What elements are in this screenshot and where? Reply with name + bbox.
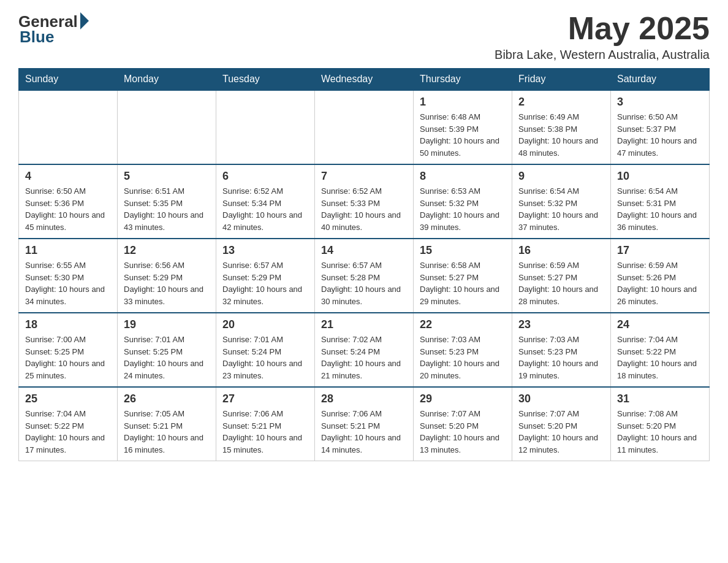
logo-arrow-icon (80, 12, 89, 29)
day-info: Sunrise: 7:07 AMSunset: 5:20 PMDaylight:… (420, 408, 506, 456)
day-info: Sunrise: 7:02 AMSunset: 5:24 PMDaylight:… (321, 334, 407, 381)
day-info: Sunrise: 6:59 AMSunset: 5:27 PMDaylight:… (518, 259, 604, 307)
location-subtitle: Bibra Lake, Western Australia, Australia (495, 48, 710, 62)
day-number: 28 (321, 393, 407, 405)
calendar-week-row: 18Sunrise: 7:00 AMSunset: 5:25 PMDayligh… (19, 313, 710, 387)
day-number: 1 (420, 96, 506, 109)
day-number: 5 (124, 170, 210, 183)
day-info: Sunrise: 6:51 AMSunset: 5:35 PMDaylight:… (124, 185, 210, 233)
calendar-cell: 6Sunrise: 6:52 AMSunset: 5:34 PMDaylight… (216, 164, 315, 239)
day-info: Sunrise: 6:58 AMSunset: 5:27 PMDaylight:… (420, 259, 506, 307)
day-info: Sunrise: 6:56 AMSunset: 5:29 PMDaylight:… (124, 259, 210, 307)
day-info: Sunrise: 6:49 AMSunset: 5:38 PMDaylight:… (518, 111, 604, 159)
day-info: Sunrise: 7:01 AMSunset: 5:25 PMDaylight:… (124, 334, 210, 381)
day-info: Sunrise: 6:54 AMSunset: 5:31 PMDaylight:… (617, 185, 703, 233)
calendar-cell: 3Sunrise: 6:50 AMSunset: 5:37 PMDaylight… (611, 90, 710, 164)
calendar-cell (216, 90, 315, 164)
day-info: Sunrise: 6:53 AMSunset: 5:32 PMDaylight:… (420, 185, 506, 233)
day-number: 31 (617, 393, 703, 405)
calendar-cell: 2Sunrise: 6:49 AMSunset: 5:38 PMDaylight… (512, 90, 611, 164)
calendar-week-row: 4Sunrise: 6:50 AMSunset: 5:36 PMDaylight… (19, 164, 710, 239)
calendar-cell (315, 90, 414, 164)
calendar-cell: 28Sunrise: 7:06 AMSunset: 5:21 PMDayligh… (315, 387, 414, 461)
day-info: Sunrise: 7:04 AMSunset: 5:22 PMDaylight:… (617, 334, 703, 381)
day-of-week-header: Sunday (19, 69, 118, 91)
day-number: 18 (25, 318, 111, 331)
day-number: 16 (518, 244, 604, 257)
day-number: 11 (25, 244, 111, 257)
calendar-cell: 11Sunrise: 6:55 AMSunset: 5:30 PMDayligh… (19, 239, 118, 313)
calendar-cell: 15Sunrise: 6:58 AMSunset: 5:27 PMDayligh… (414, 239, 512, 313)
calendar-cell: 20Sunrise: 7:01 AMSunset: 5:24 PMDayligh… (216, 313, 315, 387)
day-of-week-header: Friday (512, 69, 611, 91)
day-info: Sunrise: 6:50 AMSunset: 5:37 PMDaylight:… (617, 111, 703, 159)
day-info: Sunrise: 6:52 AMSunset: 5:33 PMDaylight:… (321, 185, 407, 233)
calendar-cell: 18Sunrise: 7:00 AMSunset: 5:25 PMDayligh… (19, 313, 118, 387)
day-number: 3 (617, 96, 703, 109)
day-info: Sunrise: 6:59 AMSunset: 5:26 PMDaylight:… (617, 259, 703, 307)
day-of-week-header: Tuesday (216, 69, 315, 91)
calendar-cell: 22Sunrise: 7:03 AMSunset: 5:23 PMDayligh… (414, 313, 512, 387)
day-info: Sunrise: 6:50 AMSunset: 5:36 PMDaylight:… (25, 185, 111, 233)
day-info: Sunrise: 7:07 AMSunset: 5:20 PMDaylight:… (518, 408, 604, 456)
calendar-cell: 26Sunrise: 7:05 AMSunset: 5:21 PMDayligh… (118, 387, 216, 461)
calendar-cell (19, 90, 118, 164)
calendar-week-row: 11Sunrise: 6:55 AMSunset: 5:30 PMDayligh… (19, 239, 710, 313)
calendar-week-row: 1Sunrise: 6:48 AMSunset: 5:39 PMDaylight… (19, 90, 710, 164)
day-number: 2 (518, 96, 604, 109)
day-info: Sunrise: 7:03 AMSunset: 5:23 PMDaylight:… (420, 334, 506, 381)
calendar-cell: 7Sunrise: 6:52 AMSunset: 5:33 PMDaylight… (315, 164, 414, 239)
calendar-cell: 8Sunrise: 6:53 AMSunset: 5:32 PMDaylight… (414, 164, 512, 239)
day-info: Sunrise: 6:52 AMSunset: 5:34 PMDaylight:… (222, 185, 308, 233)
calendar-cell: 1Sunrise: 6:48 AMSunset: 5:39 PMDaylight… (414, 90, 512, 164)
day-number: 12 (124, 244, 210, 257)
calendar-cell: 29Sunrise: 7:07 AMSunset: 5:20 PMDayligh… (414, 387, 512, 461)
day-info: Sunrise: 7:08 AMSunset: 5:20 PMDaylight:… (617, 408, 703, 456)
calendar-cell: 21Sunrise: 7:02 AMSunset: 5:24 PMDayligh… (315, 313, 414, 387)
calendar-cell: 24Sunrise: 7:04 AMSunset: 5:22 PMDayligh… (611, 313, 710, 387)
calendar-week-row: 25Sunrise: 7:04 AMSunset: 5:22 PMDayligh… (19, 387, 710, 461)
calendar-cell: 31Sunrise: 7:08 AMSunset: 5:20 PMDayligh… (611, 387, 710, 461)
calendar-table: SundayMondayTuesdayWednesdayThursdayFrid… (18, 68, 710, 461)
day-of-week-header: Monday (118, 69, 216, 91)
day-number: 9 (518, 170, 604, 183)
calendar-cell: 5Sunrise: 6:51 AMSunset: 5:35 PMDaylight… (118, 164, 216, 239)
day-number: 19 (124, 318, 210, 331)
day-info: Sunrise: 6:55 AMSunset: 5:30 PMDaylight:… (25, 259, 111, 307)
day-number: 20 (222, 318, 308, 331)
calendar-cell: 27Sunrise: 7:06 AMSunset: 5:21 PMDayligh… (216, 387, 315, 461)
day-number: 6 (222, 170, 308, 183)
day-number: 23 (518, 318, 604, 331)
month-year-title: May 2025 (495, 12, 710, 44)
calendar-cell (118, 90, 216, 164)
calendar-cell: 19Sunrise: 7:01 AMSunset: 5:25 PMDayligh… (118, 313, 216, 387)
day-of-week-header: Wednesday (315, 69, 414, 91)
day-number: 29 (420, 393, 506, 405)
calendar-cell: 13Sunrise: 6:57 AMSunset: 5:29 PMDayligh… (216, 239, 315, 313)
logo-blue-text: Blue (20, 28, 54, 47)
calendar-cell: 17Sunrise: 6:59 AMSunset: 5:26 PMDayligh… (611, 239, 710, 313)
day-number: 8 (420, 170, 506, 183)
logo: General Blue (18, 12, 89, 47)
calendar-cell: 10Sunrise: 6:54 AMSunset: 5:31 PMDayligh… (611, 164, 710, 239)
calendar-header-row: SundayMondayTuesdayWednesdayThursdayFrid… (19, 69, 710, 91)
day-number: 24 (617, 318, 703, 331)
day-info: Sunrise: 7:06 AMSunset: 5:21 PMDaylight:… (222, 408, 308, 456)
day-number: 17 (617, 244, 703, 257)
day-number: 4 (25, 170, 111, 183)
calendar-cell: 4Sunrise: 6:50 AMSunset: 5:36 PMDaylight… (19, 164, 118, 239)
day-number: 7 (321, 170, 407, 183)
day-number: 13 (222, 244, 308, 257)
day-of-week-header: Saturday (611, 69, 710, 91)
day-info: Sunrise: 6:48 AMSunset: 5:39 PMDaylight:… (420, 111, 506, 159)
calendar-cell: 30Sunrise: 7:07 AMSunset: 5:20 PMDayligh… (512, 387, 611, 461)
day-number: 25 (25, 393, 111, 405)
day-number: 22 (420, 318, 506, 331)
calendar-cell: 23Sunrise: 7:03 AMSunset: 5:23 PMDayligh… (512, 313, 611, 387)
day-number: 21 (321, 318, 407, 331)
day-number: 10 (617, 170, 703, 183)
title-area: May 2025 Bibra Lake, Western Australia, … (495, 12, 710, 62)
calendar-cell: 12Sunrise: 6:56 AMSunset: 5:29 PMDayligh… (118, 239, 216, 313)
day-info: Sunrise: 7:00 AMSunset: 5:25 PMDaylight:… (25, 334, 111, 381)
calendar-cell: 16Sunrise: 6:59 AMSunset: 5:27 PMDayligh… (512, 239, 611, 313)
